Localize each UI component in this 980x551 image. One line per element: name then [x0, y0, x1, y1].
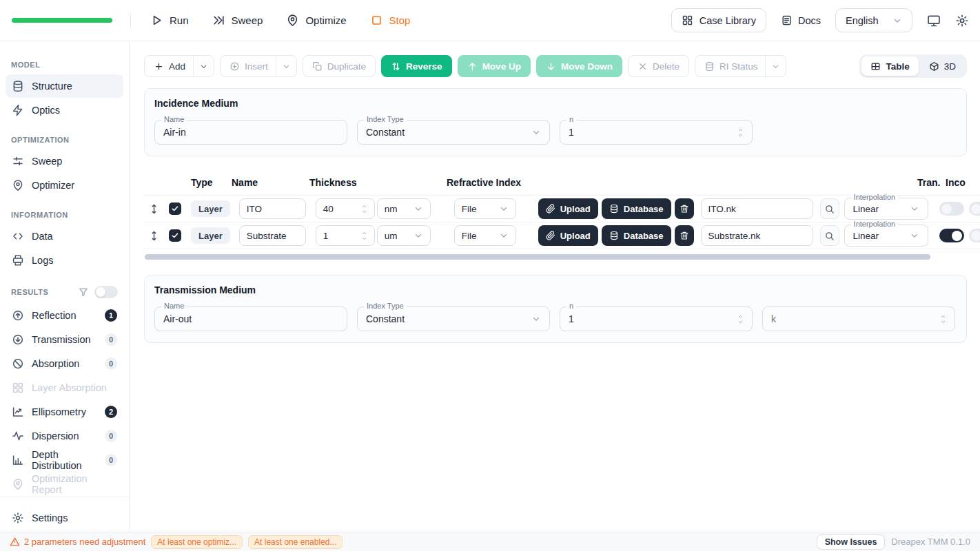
transmission-name-input[interactable]	[163, 313, 338, 324]
sidebar-item-sweep[interactable]: Sweep	[6, 149, 123, 173]
results-filter-toggle[interactable]	[94, 286, 118, 298]
transmission-k-field[interactable]	[762, 306, 955, 331]
search-file-button[interactable]	[820, 225, 839, 246]
incidence-n-input[interactable]	[569, 127, 737, 138]
number-spinner[interactable]	[737, 314, 744, 324]
filter-icon[interactable]	[79, 287, 88, 297]
language-select[interactable]: English	[835, 8, 912, 32]
number-spinner[interactable]	[361, 231, 367, 241]
incidence-n-field[interactable]: n	[560, 120, 753, 145]
layer-name-field[interactable]	[239, 225, 306, 246]
delete-file-button[interactable]	[675, 198, 694, 219]
sweep-button[interactable]: Sweep	[212, 14, 263, 27]
sidebar-item-ellipsometry[interactable]: Ellipsometry 2	[6, 400, 123, 424]
thickness-unit-select[interactable]: um	[377, 225, 431, 246]
scrollbar-thumb[interactable]	[145, 254, 930, 260]
number-spinner[interactable]	[361, 204, 367, 214]
ri-status-dropdown-button[interactable]	[765, 56, 786, 76]
ri-source-select[interactable]: File	[454, 198, 516, 219]
sidebar-item-data[interactable]: Data	[6, 225, 123, 248]
interpolation-value: Linear	[853, 231, 879, 241]
transmission-index-type-select[interactable]: Index Type Constant	[357, 306, 550, 331]
inco-toggle[interactable]	[969, 202, 980, 216]
display-mode-button[interactable]	[927, 14, 941, 28]
view-3d-tab[interactable]: 3D	[920, 56, 965, 76]
ri-file-input[interactable]	[708, 231, 806, 241]
add-dropdown-button[interactable]	[193, 56, 214, 76]
layer-thickness-input[interactable]	[323, 204, 361, 214]
sidebar-item-logs[interactable]: Logs	[6, 249, 123, 272]
incidence-name-input[interactable]	[163, 127, 338, 138]
field-label: Index Type	[364, 302, 407, 310]
interpolation-select[interactable]: InterpolationLinear	[844, 198, 928, 220]
sidebar-item-absorption[interactable]: Absorption 0	[6, 352, 123, 375]
sidebar-item-optics[interactable]: Optics	[6, 98, 123, 122]
database-button[interactable]: Database	[602, 198, 671, 219]
ri-file-input[interactable]	[708, 204, 806, 214]
interpolation-select[interactable]: InterpolationLinear	[844, 225, 928, 247]
number-spinner[interactable]	[737, 127, 744, 138]
issue-chip[interactable]: At least one optimiz...	[151, 535, 243, 549]
layer-thickness-field[interactable]	[316, 225, 375, 246]
chevron-down-icon	[499, 204, 509, 214]
add-label: Add	[169, 61, 185, 72]
insert-dropdown-button[interactable]	[276, 56, 296, 76]
incidence-index-type-select[interactable]: Index Type Constant	[357, 120, 550, 145]
search-file-button[interactable]	[820, 198, 839, 219]
delete-button[interactable]: Delete	[628, 55, 689, 77]
sidebar-item-transmission[interactable]: Transmission 0	[6, 328, 123, 351]
move-down-button[interactable]: Move Down	[536, 55, 622, 77]
reverse-button[interactable]: Reverse	[381, 55, 452, 77]
sidebar-item-dispersion[interactable]: Dispersion 0	[6, 424, 123, 448]
ri-file-field[interactable]	[701, 225, 813, 246]
interpolation-value: Linear	[853, 204, 879, 214]
ri-source-select[interactable]: File	[454, 225, 516, 246]
insert-button[interactable]: Insert	[221, 56, 276, 76]
transmission-name-field[interactable]: Name	[154, 306, 347, 331]
database-label: Database	[624, 204, 664, 214]
inco-toggle[interactable]	[969, 229, 980, 242]
sidebar-item-optimizer[interactable]: Optimizer	[6, 174, 123, 197]
database-button[interactable]: Database	[602, 225, 671, 246]
upload-button[interactable]: Upload	[538, 225, 598, 246]
stop-button[interactable]: Stop	[370, 14, 411, 27]
duplicate-button[interactable]: Duplicate	[303, 55, 376, 77]
map-pin-icon	[286, 14, 299, 27]
sidebar-item-reflection[interactable]: Reflection 1	[6, 304, 123, 327]
transmission-n-input[interactable]	[569, 313, 737, 324]
transmission-k-input[interactable]	[771, 313, 940, 324]
number-spinner[interactable]	[940, 314, 946, 324]
add-button[interactable]: Add	[145, 56, 193, 76]
tran-toggle[interactable]	[939, 202, 964, 216]
issue-chip[interactable]: At least one enabled...	[248, 535, 343, 549]
show-issues-button[interactable]: Show Issues	[817, 534, 886, 550]
ri-status-button[interactable]: RI Status	[695, 56, 766, 76]
layer-thickness-input[interactable]	[323, 231, 361, 241]
move-up-button[interactable]: Move Up	[458, 55, 531, 77]
view-table-tab[interactable]: Table	[861, 56, 918, 76]
drag-handle-icon[interactable]	[148, 230, 160, 242]
upload-button[interactable]: Upload	[538, 198, 598, 219]
delete-file-button[interactable]	[675, 225, 694, 246]
layer-enabled-checkbox[interactable]	[169, 202, 181, 215]
layer-name-input[interactable]	[247, 204, 298, 214]
run-button[interactable]: Run	[150, 14, 189, 27]
transmission-n-field[interactable]: n	[560, 306, 753, 331]
sidebar-item-settings[interactable]: Settings	[6, 506, 123, 530]
optimize-button[interactable]: Optimize	[286, 14, 346, 27]
tran-toggle[interactable]	[939, 229, 964, 242]
settings-button-top[interactable]	[955, 14, 969, 28]
thickness-unit-select[interactable]: nm	[377, 198, 431, 219]
layer-enabled-checkbox[interactable]	[169, 229, 181, 242]
incidence-name-field[interactable]: Name	[154, 120, 347, 145]
layer-name-input[interactable]	[247, 231, 298, 241]
sidebar-item-structure[interactable]: Structure	[6, 74, 123, 98]
layer-thickness-field[interactable]	[316, 198, 375, 219]
ri-file-field[interactable]	[701, 198, 813, 219]
docs-button[interactable]: Docs	[781, 14, 821, 26]
case-library-button[interactable]: Case Library	[671, 8, 766, 32]
layer-name-field[interactable]	[239, 198, 306, 219]
warning-triangle-icon	[10, 537, 20, 547]
sidebar-item-depth-distribution[interactable]: Depth Distribution 0	[6, 448, 123, 472]
drag-handle-icon[interactable]	[148, 203, 160, 215]
